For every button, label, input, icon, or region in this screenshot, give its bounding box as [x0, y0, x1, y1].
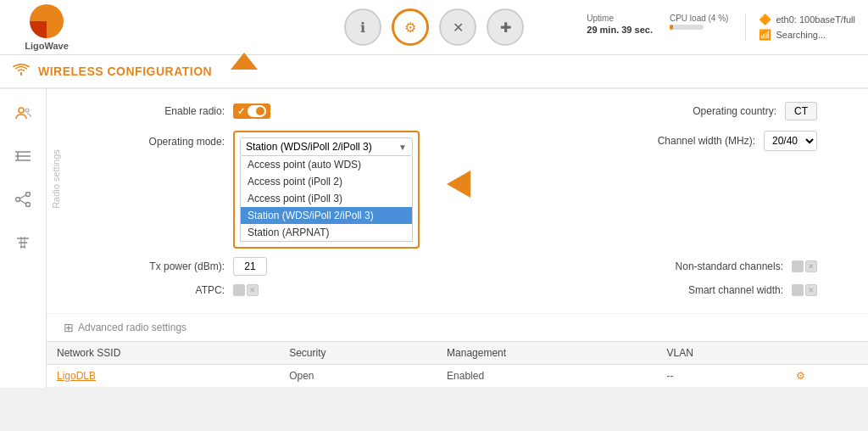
col-management: Management	[437, 342, 657, 365]
svg-line-10	[20, 200, 26, 204]
tx-power-label: Tx power (dBm):	[123, 260, 225, 272]
nav-buttons: ℹ ⚙ ✕ ✚	[344, 8, 524, 46]
settings-button[interactable]: ⚙	[392, 8, 429, 46]
briefcase-button[interactable]: ✚	[487, 8, 524, 46]
toggle-check-icon: ✓	[237, 106, 245, 117]
atpc-toggle[interactable]: ✕	[233, 284, 259, 296]
cpu-fill	[670, 25, 673, 30]
vlan-cell: --	[657, 365, 787, 388]
info-icon: ℹ	[360, 20, 365, 36]
tools-button[interactable]: ✕	[439, 8, 476, 46]
toggle-pill	[248, 105, 266, 117]
dropdown-item-2[interactable]: Access point (iPoll 3)	[241, 190, 412, 207]
arrow-annotation	[447, 171, 470, 198]
eth-label: eth0: 100baseT/full	[776, 14, 855, 25]
dropdown-item-4[interactable]: Station (ARPNAT)	[241, 224, 412, 241]
main-layout: Enable radio: ✓ Operating country: CT Op…	[0, 89, 868, 388]
gear-icon: ⚙	[404, 20, 416, 36]
table-row: LigoDLB Open Enabled -- ⚙	[47, 365, 868, 388]
atpc-off-btn[interactable]	[233, 284, 245, 296]
svg-point-8	[26, 203, 31, 207]
channel-width-label: Channel width (MHz):	[628, 135, 755, 147]
plus-icon: ⊞	[64, 321, 74, 334]
wifi-icon	[13, 64, 30, 79]
form-area: Enable radio: ✓ Operating country: CT Op…	[47, 89, 868, 313]
operating-mode-value: Station (WDS/iPoll 2/iPoll 3)	[246, 141, 372, 153]
dropdown-arrow-icon: ▼	[398, 143, 407, 152]
col-vlan: VLAN	[657, 342, 787, 365]
smart-channel-label: Smart channel width:	[656, 284, 783, 296]
sidebar-item-menu[interactable]	[8, 141, 38, 171]
enable-radio-label: Enable radio:	[123, 105, 225, 117]
cpu-label: CPU load (4 %)	[670, 14, 728, 23]
dropdown-list: Access point (auto WDS) Access point (iP…	[240, 156, 413, 242]
smart-channel-toggle[interactable]: ✕	[792, 284, 817, 296]
col-security: Security	[279, 342, 437, 365]
uptime-label: Uptime	[587, 14, 653, 23]
sidebar	[0, 89, 47, 388]
network-status: 🔶 eth0: 100baseT/full 📶 Searching...	[745, 14, 855, 41]
smart-off-btn[interactable]	[792, 284, 804, 296]
enable-radio-toggle[interactable]: ✓	[233, 104, 270, 119]
svg-point-6	[16, 198, 20, 202]
cpu-bar	[670, 25, 704, 30]
svg-point-1	[25, 109, 29, 112]
col-actions	[786, 342, 868, 365]
action-cell: ⚙	[786, 365, 868, 388]
sidebar-item-users[interactable]	[8, 98, 38, 128]
svg-point-7	[26, 193, 31, 197]
tools-icon: ✕	[453, 20, 464, 36]
non-standard-toggle[interactable]: ✕	[792, 260, 817, 272]
country-value-button[interactable]: CT	[785, 102, 817, 120]
channel-width-select[interactable]: 20/40 20 40	[764, 131, 817, 151]
dropdown-item-0[interactable]: Access point (auto WDS)	[241, 156, 412, 173]
briefcase-icon: ✚	[500, 20, 511, 36]
content-area: Enable radio: ✓ Operating country: CT Op…	[47, 89, 868, 388]
atpc-x-btn[interactable]: ✕	[247, 284, 259, 296]
eth-icon: 🔶	[759, 14, 771, 25]
operating-mode-select[interactable]: Station (WDS/iPoll 2/iPoll 3) ▼	[240, 137, 413, 156]
tx-power-input[interactable]	[233, 257, 267, 276]
security-cell: Open	[279, 365, 437, 388]
sidebar-item-filter[interactable]	[8, 227, 38, 258]
smart-x-btn[interactable]: ✕	[805, 284, 817, 296]
non-standard-label: Non-standard channels:	[656, 260, 783, 272]
toggle-x-btn[interactable]: ✕	[805, 260, 817, 272]
status-bar: Uptime 29 min. 39 sec. CPU load (4 %) 🔶 …	[587, 14, 855, 41]
section-header: WIRELESS CONFIGURATION	[0, 55, 868, 89]
ssid-link[interactable]: LigoDLB	[57, 370, 96, 382]
operating-mode-label: Operating mode:	[123, 131, 225, 148]
logo: LigoWave	[13, 4, 81, 51]
section-title: WIRELESS CONFIGURATION	[38, 64, 212, 78]
atpc-label: ATPC:	[123, 284, 225, 296]
dropdown-item-1[interactable]: Access point (iPoll 2)	[241, 173, 412, 190]
row-edit-icon[interactable]: ⚙	[796, 370, 805, 382]
management-cell: Enabled	[437, 365, 657, 388]
wifi-status-icon: 📶	[759, 29, 771, 41]
radio-settings-label: Radio settings	[51, 149, 61, 209]
logo-icon	[30, 4, 64, 38]
advanced-label: Advanced radio settings	[78, 322, 186, 333]
sidebar-item-share[interactable]	[8, 184, 38, 215]
svg-point-0	[19, 108, 24, 113]
info-button[interactable]: ℹ	[344, 8, 381, 46]
operating-country-label: Operating country:	[649, 105, 776, 117]
wifi-label: Searching...	[776, 30, 826, 40]
operating-mode-dropdown-box: Station (WDS/iPoll 2/iPoll 3) ▼ Access p…	[233, 131, 420, 249]
network-table: Network SSID Security Management VLAN Li…	[47, 341, 868, 388]
uptime-value: 29 min. 39 sec.	[587, 25, 653, 35]
toggle-off-btn[interactable]	[792, 260, 804, 272]
col-ssid: Network SSID	[47, 342, 279, 365]
svg-line-9	[20, 195, 26, 199]
dropdown-item-3[interactable]: Station (WDS/iPoll 2/iPoll 3)	[241, 207, 412, 224]
advanced-radio-settings-row[interactable]: ⊞ Advanced radio settings	[47, 313, 868, 341]
logo-text: LigoWave	[25, 41, 69, 51]
